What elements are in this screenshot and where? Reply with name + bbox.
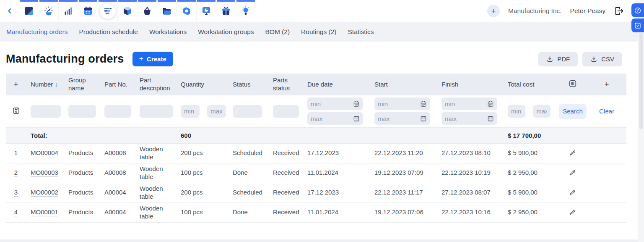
add-column-icon[interactable]: + [604,80,609,89]
cell-empty [587,163,626,183]
filter-start-cell [370,95,437,127]
filter-parts-status-cell [268,95,303,127]
tab-manufacturing-orders[interactable]: Manufacturing orders [6,28,68,36]
module-tab-procurement[interactable] [137,0,157,22]
export-csv-button[interactable]: CSV [582,52,622,66]
filter-number-input[interactable] [31,105,61,118]
module-tab-ideas[interactable] [236,0,255,22]
order-number-link[interactable]: MO00001 [31,208,58,216]
module-tab-calendar[interactable] [78,0,98,22]
search-button[interactable]: Search [559,104,587,119]
filter-cost-min-input[interactable] [508,105,525,118]
tab-production-schedule[interactable]: Production schedule [79,28,138,36]
stock-cube-icon [119,3,135,19]
onboarding-checklist-button[interactable] [631,18,644,32]
col-header-total-cost[interactable]: Total cost [503,74,558,95]
row-index-link[interactable]: 2 [14,169,18,177]
edit-button[interactable] [569,188,576,197]
col-header-part-description[interactable]: Part description [135,74,176,95]
module-tab-app-logo[interactable] [19,0,39,22]
quick-add-button[interactable]: + [487,5,500,17]
add-order-icon[interactable]: + [13,80,18,89]
module-tab-dashboard[interactable] [39,0,58,22]
order-number-link[interactable]: MO00002 [31,189,58,197]
cell-finish: 27.12.2023 08:10 [437,143,503,163]
edit-button[interactable] [569,149,576,158]
save-filter-button[interactable] [12,107,20,116]
pencil-icon [569,208,576,216]
filter-quantity-min-input[interactable] [181,105,200,118]
filter-number-cell [26,95,64,127]
tab-statistics[interactable]: Statistics [348,28,374,36]
cell-group: Products [64,203,100,222]
module-tab-rewards[interactable] [216,0,236,22]
ideas-bulb-icon [238,3,254,19]
module-tab-production-planning[interactable] [98,0,117,22]
col-header-part-no[interactable]: Part No. [100,74,135,95]
filter-part-desc-input[interactable] [140,105,173,118]
col-header-status[interactable]: Status [228,74,268,95]
module-tab-documents[interactable] [157,0,177,22]
total-empty [228,127,268,143]
export-pdf-button[interactable]: PDF [538,52,578,66]
tab-bom[interactable]: BOM (2) [265,28,290,36]
clear-button[interactable]: Clear [597,107,617,115]
row-index-link[interactable]: 1 [14,149,18,157]
edit-button[interactable] [569,208,576,217]
total-row: Total: 600 $ 17 700,00 [6,127,626,143]
col-header-quantity[interactable]: Quantity [176,74,228,95]
create-button[interactable]: + Create [132,52,173,66]
scrollbar[interactable] [638,0,644,242]
row-index-link[interactable]: 4 [14,208,18,216]
dashboard-gauge-icon [41,3,57,19]
filter-finish-min-input[interactable] [441,97,497,110]
col-header-start[interactable]: Start [370,74,437,95]
filter-status-input[interactable] [233,105,262,118]
cell-empty [587,143,626,163]
tab-workstations[interactable]: Workstations [149,28,187,36]
module-tab-settings[interactable] [177,0,196,22]
col-header-parts-status[interactable]: Parts status [268,74,303,95]
scrollbar-thumb[interactable] [639,33,643,129]
module-tab-stock[interactable] [117,0,137,22]
cell-status: Scheduled [228,183,268,203]
filter-parts-status-input[interactable] [273,105,299,118]
filter-start-max-input[interactable] [374,112,430,125]
header-columns [558,74,587,95]
logout-button[interactable] [614,6,624,16]
filter-cost-max-input[interactable] [533,105,551,118]
filter-finish-max-input[interactable] [441,112,497,125]
cell-number: MO00002 [26,183,64,203]
cell-empty [587,203,626,222]
cell-parts-status: Received [268,183,303,203]
col-header-number[interactable]: Number ↓ [26,74,64,95]
cell-finish: 27.12.2023 08:07 [437,183,503,203]
filter-due-date-min-input[interactable] [307,97,363,110]
filter-due-date-max-input[interactable] [307,112,363,125]
filter-start-min-input[interactable] [374,97,430,110]
col-header-group-name[interactable]: Group name [64,74,100,95]
order-number-link[interactable]: MO00003 [31,169,58,177]
row-index-link[interactable]: 3 [14,189,18,197]
help-button[interactable] [631,3,644,17]
module-tab-statistics[interactable] [58,0,78,22]
module-tab-reports[interactable] [196,0,216,22]
col-header-finish[interactable]: Finish [437,74,503,95]
filter-part-no-input[interactable] [104,105,131,118]
filter-row: – [6,95,626,127]
order-number-link[interactable]: MO00004 [31,149,58,157]
tab-routings[interactable]: Routings (2) [301,28,336,36]
column-settings-icon[interactable] [568,79,577,88]
total-empty [370,127,437,143]
filter-quantity-max-input[interactable] [207,105,226,118]
cell-edit [558,163,587,183]
tab-workstation-groups[interactable]: Workstation groups [198,28,254,36]
back-button[interactable] [0,0,19,22]
company-name[interactable]: Manufacturing Inc. [508,7,562,15]
col-header-due-date[interactable]: Due date [303,74,370,95]
csv-label: CSV [601,55,614,63]
total-empty [268,127,303,143]
user-name[interactable]: Peter Peasy [570,7,605,15]
edit-button[interactable] [569,168,576,177]
filter-group-input[interactable] [68,105,96,118]
